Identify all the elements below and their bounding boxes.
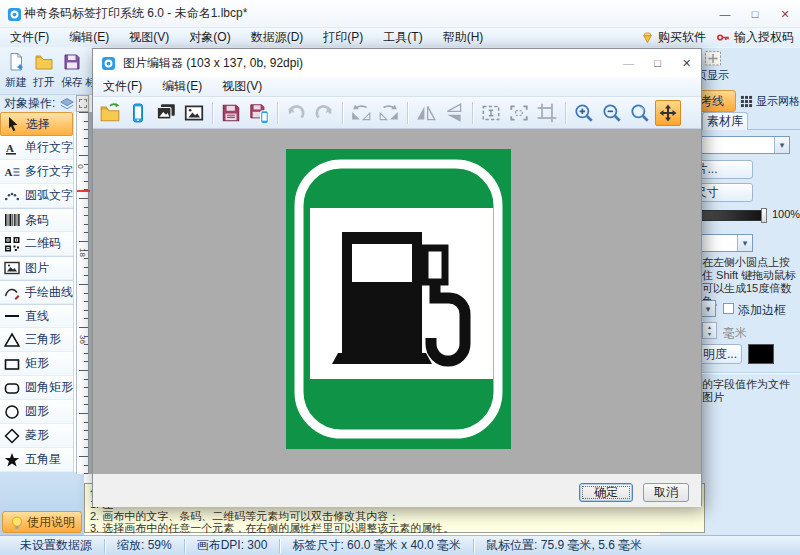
rotate-left-button[interactable] <box>348 100 374 126</box>
tool-rectangle[interactable]: 矩形 <box>0 352 73 376</box>
cancel-button[interactable]: 取消 <box>643 483 689 502</box>
tool-arc-text[interactable]: 圆弧文字 <box>0 184 73 208</box>
tool-circle[interactable]: 圆形 <box>0 400 73 424</box>
menu-edit[interactable]: 编辑(E) <box>59 29 119 46</box>
zoom-original-icon <box>629 102 651 124</box>
undo-button[interactable] <box>283 100 309 126</box>
zoom-out-icon <box>601 102 623 124</box>
scale-value: 100% <box>772 208 800 220</box>
qrcode-icon <box>3 236 21 252</box>
tool-picture[interactable]: 图片 <box>0 256 73 280</box>
photo-stack-icon <box>155 102 177 124</box>
enter-license-button[interactable]: 输入授权码 <box>716 29 794 46</box>
zoom-in-button[interactable] <box>571 100 597 126</box>
chevron-down-icon: ▾ <box>737 235 752 251</box>
bulb-icon <box>9 514 25 531</box>
ok-button[interactable]: 确定 <box>579 483 633 502</box>
zoom-out-button[interactable] <box>599 100 625 126</box>
image-size-button[interactable] <box>506 100 532 126</box>
flip-vertical-icon <box>443 102 465 124</box>
tool-select[interactable]: 选择 <box>0 112 73 136</box>
menu-datasource[interactable]: 数据源(D) <box>241 29 314 46</box>
editor-canvas[interactable] <box>93 129 701 474</box>
gallery-button[interactable] <box>153 100 179 126</box>
dialog-menu-file[interactable]: 文件(F) <box>93 78 152 95</box>
new-document-icon <box>6 52 26 72</box>
menu-tools[interactable]: 工具(T) <box>373 29 432 46</box>
image-frame-icon <box>183 102 205 124</box>
menu-file[interactable]: 文件(F) <box>0 29 59 46</box>
usage-help-button[interactable]: 使用说明 <box>2 511 82 533</box>
scale-slider-thumb[interactable] <box>761 208 767 223</box>
help-line: 3. 选择画布中的任意一个元素，在右侧的属性栏里可以调整该元素的属性。 <box>90 522 699 534</box>
menu-object[interactable]: 对象(O) <box>179 29 240 46</box>
crop-icon <box>536 102 558 124</box>
layers-icon <box>58 95 76 111</box>
multi-line-text-icon: A <box>3 164 21 180</box>
tool-star[interactable]: 五角星 <box>0 448 73 472</box>
rotate-hint-text: 在左侧小圆点上按住 Shift 键拖动鼠标可以生成15度倍数角。 <box>702 256 798 308</box>
dialog-close-button[interactable]: ✕ <box>672 49 701 77</box>
tool-qrcode[interactable]: 二维码 <box>0 232 73 256</box>
gem-icon <box>640 30 655 45</box>
tool-single-line-text[interactable]: A 单行文字 <box>0 136 73 160</box>
menu-view[interactable]: 视图(V) <box>119 29 179 46</box>
image-size-icon <box>508 102 530 124</box>
dialog-menubar: 文件(F) 编辑(E) 视图(V) <box>93 77 701 97</box>
show-grid-button[interactable]: 显示网格 <box>740 90 800 112</box>
menu-help[interactable]: 帮助(H) <box>433 29 494 46</box>
tool-rounded-rectangle[interactable]: 圆角矩形 <box>0 376 73 400</box>
dialog-icon <box>101 56 116 71</box>
material-library-tab[interactable]: 素材库 <box>702 112 748 130</box>
add-border-checkbox[interactable] <box>723 303 734 314</box>
save-image-button[interactable] <box>218 100 244 126</box>
zoom-original-button[interactable] <box>627 100 653 126</box>
save-to-phone-icon <box>248 102 270 124</box>
triangle-icon <box>3 332 21 348</box>
dialog-minimize-button[interactable]: — <box>614 49 643 77</box>
dialog-title: 图片编辑器 (103 x 137, 0b, 92dpi) <box>123 55 303 72</box>
unit-label: 毫米 <box>723 325 747 342</box>
border-width-stepper[interactable]: ▴ ▾ <box>702 322 717 339</box>
new-button[interactable]: 新建 <box>2 50 30 92</box>
tool-line[interactable]: 直线 <box>0 304 73 328</box>
tool-multi-line-text[interactable]: A 多行文字 <box>0 160 73 184</box>
ruler-cursor-marker <box>77 190 90 192</box>
help-line: 2. 画布中的文字、条码、二维码等元素均可以双击修改其内容； <box>90 510 699 522</box>
datasource-status[interactable]: 未设置数据源 <box>0 537 104 554</box>
add-border-label: 添加边框 <box>738 302 786 319</box>
redo-button[interactable] <box>311 100 337 126</box>
tool-triangle[interactable]: 三角形 <box>0 328 73 352</box>
save-to-phone-button[interactable] <box>246 100 272 126</box>
fit-to-window-button[interactable] <box>655 100 681 126</box>
tool-barcode[interactable]: 条码 <box>0 208 73 232</box>
field-hint-text: 的字段值作为文件图片 <box>702 378 800 404</box>
open-button[interactable]: 打开 <box>30 50 58 92</box>
zoom-status: 缩放: 59% <box>105 537 184 554</box>
circle-icon <box>3 404 21 420</box>
dialog-menu-view[interactable]: 视图(V) <box>212 78 272 95</box>
capture-image-button[interactable] <box>181 100 207 126</box>
line-icon <box>3 308 21 324</box>
close-button[interactable]: ✕ <box>770 0 800 28</box>
rotate-right-button[interactable] <box>376 100 402 126</box>
buy-software-button[interactable]: 购买软件 <box>640 29 706 46</box>
key-icon <box>716 30 731 45</box>
canvas-size-button[interactable] <box>478 100 504 126</box>
minimize-button[interactable]: — <box>710 0 740 28</box>
tool-diamond[interactable]: 菱形 <box>0 424 73 448</box>
dialog-maximize-button[interactable]: □ <box>643 49 672 77</box>
dialog-menu-edit[interactable]: 编辑(E) <box>152 78 212 95</box>
flip-horizontal-button[interactable] <box>413 100 439 126</box>
maximize-button[interactable]: □ <box>740 0 770 28</box>
menu-print[interactable]: 打印(P) <box>313 29 373 46</box>
open-image-button[interactable] <box>97 100 123 126</box>
crop-button[interactable] <box>534 100 560 126</box>
flip-vertical-button[interactable] <box>441 100 467 126</box>
rounded-rect-icon <box>3 380 21 396</box>
vertical-ruler: 0 18 36 <box>76 112 89 474</box>
tool-freehand-curve[interactable]: 手绘曲线 <box>0 280 73 304</box>
load-from-phone-button[interactable] <box>125 100 151 126</box>
color-swatch[interactable] <box>748 344 774 364</box>
dialog-titlebar: 图片编辑器 (103 x 137, 0b, 92dpi) — □ ✕ <box>93 49 701 77</box>
